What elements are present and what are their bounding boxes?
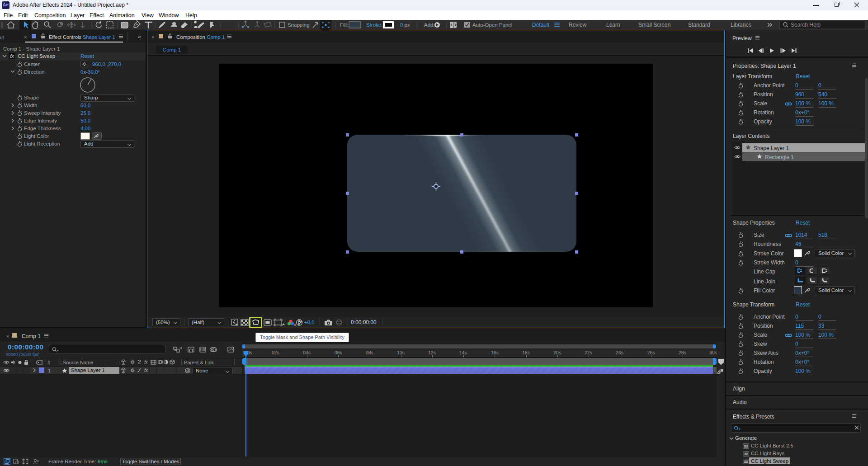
svg-text:fx: fx [144,360,148,365]
